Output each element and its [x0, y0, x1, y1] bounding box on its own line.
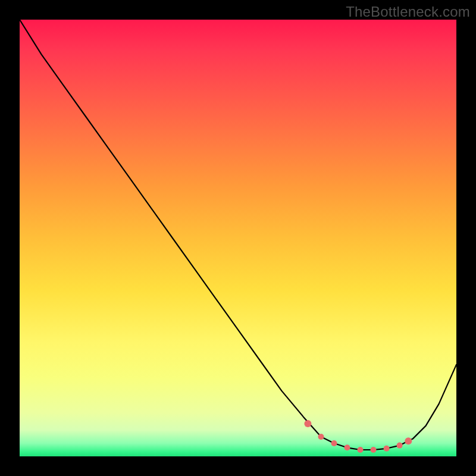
marker-dot: [318, 434, 324, 440]
chart-svg: [20, 20, 456, 456]
marker-dot: [371, 447, 377, 453]
chart-frame: TheBottleneck.com: [0, 0, 476, 476]
marker-dot: [304, 420, 311, 427]
plot-area: [20, 20, 456, 456]
marker-dot: [405, 437, 412, 444]
marker-dot: [331, 440, 337, 446]
marker-dot: [384, 446, 390, 452]
marker-dot: [397, 443, 403, 449]
marker-dot: [345, 444, 350, 450]
watermark-text: TheBottleneck.com: [346, 4, 470, 20]
bottleneck-curve: [20, 20, 456, 450]
highlight-markers: [304, 420, 412, 453]
marker-dot: [358, 447, 364, 453]
